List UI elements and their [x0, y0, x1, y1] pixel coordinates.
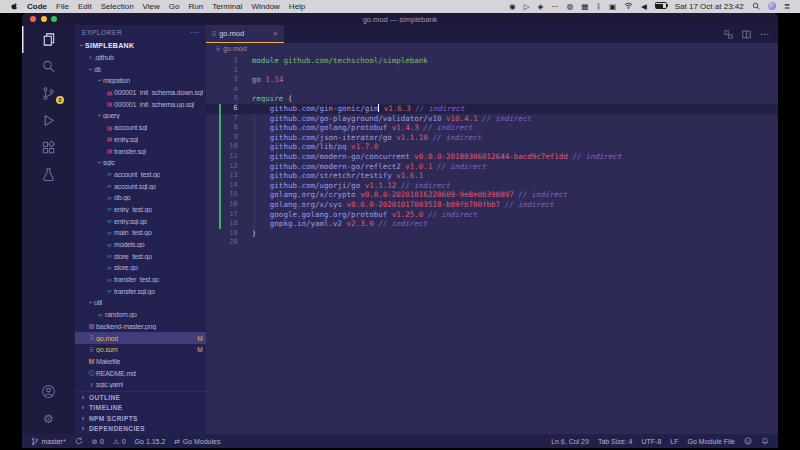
- apple-menu-icon[interactable]: [10, 1, 18, 13]
- tree-item-transfer-sql-go[interactable]: ∞transfer.sql.go: [75, 285, 206, 297]
- open-changes-icon[interactable]: [724, 25, 733, 43]
- close-tab-icon[interactable]: ×: [273, 30, 278, 38]
- tree-item-github[interactable]: ›.github: [75, 52, 206, 64]
- minimize-window-button[interactable]: [41, 16, 47, 22]
- tree-item-account-test-go[interactable]: ∞account_test.go: [75, 169, 206, 181]
- tree-item-sqlc[interactable]: ›sqlc: [75, 157, 206, 169]
- status-tab-size-4[interactable]: Tab Size: 4: [598, 438, 633, 445]
- hand-icon[interactable]: ◍: [567, 3, 574, 11]
- tree-item-query[interactable]: ›query: [75, 110, 206, 122]
- tree-item-db-go[interactable]: ∞db.go: [75, 192, 206, 204]
- tree-item-models-go[interactable]: ∞models.go: [75, 239, 206, 251]
- menu-item-help[interactable]: Help: [289, 2, 305, 11]
- code-line[interactable]: 8 github.com/golang/protobuf v1.4.3 // i…: [206, 123, 778, 133]
- tree-item-store-test-go[interactable]: ∞store_test.go: [75, 250, 206, 262]
- control-center-icon[interactable]: ≣: [784, 3, 790, 11]
- status-warning[interactable]: ⚠0: [113, 438, 126, 445]
- code-line[interactable]: 20: [206, 238, 778, 248]
- status-ln-6-col-29[interactable]: Ln 6, Col 29: [551, 438, 589, 445]
- zoom-window-button[interactable]: [51, 16, 57, 22]
- tree-item-entry-test-go[interactable]: ∞entry_test.go: [75, 204, 206, 216]
- bluetooth-icon[interactable]: ᛒ: [596, 3, 601, 11]
- tree-item-main-test-go[interactable]: ∞main_test.go: [75, 227, 206, 239]
- status-bell[interactable]: [761, 437, 769, 445]
- code-line[interactable]: 6 github.com/gin-gonic/gin v1.6.3 // ind…: [206, 104, 778, 114]
- code-line[interactable]: 16 golang.org/x/sys v0.0.0-2020101700351…: [206, 200, 778, 210]
- tree-item-db[interactable]: ›db: [75, 63, 206, 75]
- sidebar-section-dependencies[interactable]: ›DEPENDENCIES: [75, 424, 206, 435]
- status-dot-icon[interactable]: ◉: [509, 3, 516, 11]
- code-line[interactable]: 11 github.com/modern-go/concurrent v0.0.…: [206, 152, 778, 162]
- menu-item-run[interactable]: Run: [188, 2, 203, 11]
- status-feedback[interactable]: [744, 437, 752, 445]
- tree-item-store-go[interactable]: ∞store.go: [75, 262, 206, 274]
- explorer-icon[interactable]: [22, 26, 75, 53]
- sidebar-section-timeline[interactable]: ›TIMELINE: [75, 403, 206, 414]
- menu-item-selection[interactable]: Selection: [101, 2, 134, 11]
- tree-item-util[interactable]: ›util: [75, 297, 206, 309]
- menu-item-code[interactable]: Code: [27, 2, 47, 11]
- code-line[interactable]: 10 github.com/lib/pq v1.7.0: [206, 142, 778, 152]
- status-git-branch[interactable]: master*: [31, 437, 66, 446]
- tree-item-go-sum[interactable]: ⠿go.sumM: [75, 344, 206, 356]
- spotlight-icon[interactable]: [752, 2, 760, 12]
- tree-item-backend-master-png[interactable]: ▨backend-master.png: [75, 321, 206, 333]
- sidebar-more-actions-icon[interactable]: ⋯: [190, 28, 199, 37]
- code-line[interactable]: 15 golang.org/x/crypto v0.0.0-2020101622…: [206, 190, 778, 200]
- menu-bar-clock[interactable]: Sat 17 Oct at 23:42: [675, 2, 744, 11]
- code-line[interactable]: 14 github.com/ugorji/go v1.1.12 // indir…: [206, 181, 778, 191]
- tree-item-go-mod[interactable]: ⠿go.modM: [75, 332, 206, 344]
- code-line[interactable]: 3go 1.14: [206, 75, 778, 85]
- status-error[interactable]: ⊘0: [92, 438, 104, 445]
- extensions-icon[interactable]: [22, 134, 75, 161]
- tree-item-transfer-test-go[interactable]: ∞transfer_test.go: [75, 274, 206, 286]
- asterisk-icon[interactable]: ◈: [537, 3, 543, 11]
- tree-item-simplebank[interactable]: ›SIMPLEBANK: [75, 40, 206, 52]
- status-lf[interactable]: LF: [670, 438, 678, 445]
- tree-item-makefile[interactable]: MMakefile: [75, 356, 206, 368]
- tree-item-random-go[interactable]: ∞random.go: [75, 309, 206, 321]
- close-window-button[interactable]: [30, 16, 36, 22]
- testing-icon[interactable]: [22, 161, 75, 188]
- tree-item-entry-sql-go[interactable]: ∞entry.sql.go: [75, 215, 206, 227]
- code-line[interactable]: 17 google.golang.org/protobuf v1.25.0 //…: [206, 210, 778, 220]
- menu-item-window[interactable]: Window: [251, 2, 279, 11]
- tree-item-account-sql-go[interactable]: ∞account.sql.go: [75, 180, 206, 192]
- status-sync[interactable]: [75, 437, 83, 445]
- source-control-icon[interactable]: 2: [22, 80, 75, 107]
- code-line[interactable]: 18 gopkg.in/yaml.v2 v2.3.0 // indirect: [206, 219, 778, 229]
- tree-item-readme-md[interactable]: ⓘREADME.md: [75, 367, 206, 379]
- code-line[interactable]: 13 github.com/stretchr/testify v1.6.1: [206, 171, 778, 181]
- status-utf-8[interactable]: UTF-8: [642, 438, 662, 445]
- tab-go-mod[interactable]: ⠿ go.mod ×: [206, 25, 284, 43]
- breadcrumb[interactable]: ⠿ go.mod: [206, 43, 778, 54]
- grid-icon[interactable]: ▦: [581, 3, 588, 11]
- search-icon[interactable]: [22, 53, 75, 80]
- sidebar-section-outline[interactable]: ›OUTLINE: [75, 392, 206, 403]
- code-line[interactable]: 5require (: [206, 94, 778, 104]
- tree-item-transfer-sql[interactable]: ▤transfer.sql: [75, 145, 206, 157]
- code-line[interactable]: 12 github.com/modern-go/reflect2 v1.0.1 …: [206, 162, 778, 172]
- volume-icon[interactable]: ◀: [641, 3, 647, 11]
- code-line[interactable]: 1module github.com/techschool/simplebank: [206, 56, 778, 66]
- settings-gear-icon[interactable]: ⚙: [22, 405, 75, 432]
- window-title-bar[interactable]: go.mod — simplebank: [22, 13, 778, 25]
- menu-item-terminal[interactable]: Terminal: [212, 2, 242, 11]
- status-go-1-15-2[interactable]: Go 1.15.2: [135, 438, 166, 445]
- code-line[interactable]: 19): [206, 229, 778, 239]
- run-debug-icon[interactable]: [22, 107, 75, 134]
- more-actions-icon[interactable]: ⋯: [760, 30, 769, 39]
- more-icon[interactable]: ⋯: [551, 3, 559, 11]
- status-go-module-file[interactable]: Go Module File: [688, 438, 735, 445]
- split-editor-icon[interactable]: [742, 25, 751, 43]
- menu-item-edit[interactable]: Edit: [78, 2, 92, 11]
- menu-item-go[interactable]: Go: [169, 2, 180, 11]
- tree-item-entry-sql[interactable]: ▤entry.sql: [75, 134, 206, 146]
- code-editor[interactable]: 1module github.com/techschool/simplebank…: [206, 54, 778, 434]
- siri-icon[interactable]: [768, 2, 776, 12]
- menu-item-file[interactable]: File: [56, 2, 69, 11]
- send-icon[interactable]: ▷: [524, 3, 530, 11]
- code-line[interactable]: 9 github.com/json-iterator/go v1.1.10 //…: [206, 133, 778, 143]
- wifi-icon[interactable]: [624, 2, 633, 11]
- display-icon[interactable]: ▣: [609, 3, 616, 11]
